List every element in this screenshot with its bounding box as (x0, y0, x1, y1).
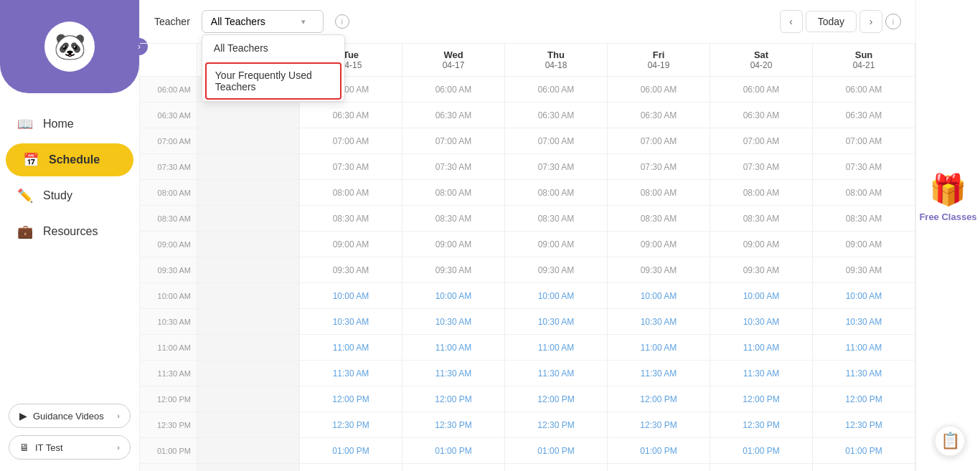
sidebar-item-resources[interactable]: 💼 Resources (0, 215, 139, 248)
sidebar-item-study[interactable]: ✏️ Study (0, 179, 139, 212)
time-label-13: 12:30 PM (140, 412, 197, 438)
calendar-slot-thu-8[interactable]: 10:00 AM (505, 283, 608, 309)
prev-week-button[interactable]: ‹ (780, 10, 803, 33)
calendar-slot-mon-10 (197, 335, 300, 361)
calendar-slot-thu-12[interactable]: 12:00 PM (505, 386, 608, 412)
calendar-slot-sun-8[interactable]: 10:00 AM (813, 283, 915, 309)
calendar-slot-tue-10[interactable]: 11:00 AM (300, 335, 402, 361)
calendar-slot-wed-3: 07:30 AM (402, 154, 505, 180)
calendar-slot-fri-9[interactable]: 10:30 AM (608, 309, 710, 335)
calendar-slot-tue-4: 08:00 AM (300, 180, 402, 206)
calendar-slot-thu-3: 07:30 AM (505, 154, 608, 180)
free-classes-label: Free Classes (919, 211, 976, 224)
time-label-11: 11:30 AM (140, 361, 197, 386)
calendar-slot-wed-13[interactable]: 12:30 PM (402, 412, 505, 438)
calendar-slot-sat-1: 06:30 AM (710, 103, 813, 128)
calendar-slot-mon-8 (197, 283, 300, 309)
calendar-slot-wed-9[interactable]: 10:30 AM (402, 309, 505, 335)
calendar-slot-fri-15[interactable]: 01:30 PM (608, 464, 710, 471)
calendar-slot-sun-11[interactable]: 11:30 AM (813, 361, 915, 386)
calendar-slot-fri-11[interactable]: 11:30 AM (608, 361, 710, 386)
calendar-slot-sun-10[interactable]: 11:00 AM (813, 335, 915, 361)
calendar-slot-sat-7: 09:30 AM (710, 257, 813, 283)
calendar-slot-wed-8[interactable]: 10:00 AM (402, 283, 505, 309)
calendar-slot-mon-6 (197, 232, 300, 257)
sidebar-item-schedule[interactable]: 📅 Schedule (6, 143, 133, 176)
sidebar-item-home[interactable]: 📖 Home (0, 108, 139, 141)
calendar-slot-fri-14[interactable]: 01:00 PM (608, 438, 710, 464)
calendar-slot-fri-8[interactable]: 10:00 AM (608, 283, 710, 309)
calendar-slot-wed-12[interactable]: 12:00 PM (402, 386, 505, 412)
calendar-slot-tue-14[interactable]: 01:00 PM (300, 438, 402, 464)
schedule-header: Teacher All Teachers ▾ All Teachers Your… (140, 0, 915, 44)
time-label-7: 09:30 AM (140, 257, 197, 283)
calendar-slot-tue-2: 07:00 AM (300, 128, 402, 154)
it-test-button[interactable]: 🖥 IT Test › (9, 435, 131, 460)
guidance-videos-button[interactable]: ▶ Guidance Videos › (9, 404, 131, 428)
calendar-slot-tue-9[interactable]: 10:30 AM (300, 309, 402, 335)
sidebar-bottom: ▶ Guidance Videos › 🖥 IT Test › (0, 392, 139, 471)
calendar-slot-fri-10[interactable]: 11:00 AM (608, 335, 710, 361)
calendar-info-icon[interactable]: i (885, 14, 901, 29)
calendar-slot-wed-7: 09:30 AM (402, 257, 505, 283)
calendar-slot-thu-6: 09:00 AM (505, 232, 608, 257)
calendar-slot-sat-2: 07:00 AM (710, 128, 813, 154)
day-header-wed: Wed04-17 (402, 44, 505, 77)
info-icon[interactable]: i (335, 14, 349, 29)
calendar-container: Mon04-14Tue04-15Wed04-17Thu04-18Fri04-19… (140, 44, 915, 471)
it-test-chevron-icon: › (117, 443, 120, 452)
calendar-slot-thu-5: 08:30 AM (505, 206, 608, 232)
calendar-slot-mon-9 (197, 309, 300, 335)
calendar-slot-sun-12[interactable]: 12:00 PM (813, 386, 915, 412)
calendar-slot-sun-1: 06:30 AM (813, 103, 915, 128)
dropdown-option-frequent-teachers[interactable]: Your Frequently Used Teachers (205, 62, 341, 100)
calendar-slot-tue-11[interactable]: 11:30 AM (300, 361, 402, 386)
calendar-slot-sat-12[interactable]: 12:00 PM (710, 386, 813, 412)
calendar-slot-sat-9[interactable]: 10:30 AM (710, 309, 813, 335)
calendar-slot-tue-15[interactable]: 01:30 PM (300, 464, 402, 471)
calendar-slot-sun-2: 07:00 AM (813, 128, 915, 154)
calendar-slot-wed-10[interactable]: 11:00 AM (402, 335, 505, 361)
calendar-slot-thu-15[interactable]: 01:30 PM (505, 464, 608, 471)
day-header-fri: Fri04-19 (608, 44, 710, 77)
calendar-slot-wed-14[interactable]: 01:00 PM (402, 438, 505, 464)
calendar-slot-wed-15[interactable]: 01:30 PM (402, 464, 505, 471)
calendar-slot-sat-15[interactable]: 01:30 PM (710, 464, 813, 471)
calendar-slot-thu-11[interactable]: 11:30 AM (505, 361, 608, 386)
calendar-slot-fri-4: 08:00 AM (608, 180, 710, 206)
calendar-slot-sat-10[interactable]: 11:00 AM (710, 335, 813, 361)
calendar-slot-fri-2: 07:00 AM (608, 128, 710, 154)
calendar-slot-sat-3: 07:30 AM (710, 154, 813, 180)
calendar-slot-tue-8[interactable]: 10:00 AM (300, 283, 402, 309)
calendar-slot-thu-9[interactable]: 10:30 AM (505, 309, 608, 335)
calendar-slot-fri-7: 09:30 AM (608, 257, 710, 283)
calendar-slot-sat-8[interactable]: 10:00 AM (710, 283, 813, 309)
calendar-slot-sun-9[interactable]: 10:30 AM (813, 309, 915, 335)
calendar-slot-sun-15[interactable]: 01:30 PM (813, 464, 915, 471)
free-classes-widget[interactable]: 🎁 Free Classes (919, 172, 976, 224)
calendar-slot-tue-6: 09:00 AM (300, 232, 402, 257)
calendar-slot-sun-14[interactable]: 01:00 PM (813, 438, 915, 464)
calendar-slot-fri-13[interactable]: 12:30 PM (608, 412, 710, 438)
calendar-slot-sat-4: 08:00 AM (710, 180, 813, 206)
help-button[interactable]: 📋 (934, 425, 966, 457)
calendar-slot-mon-11 (197, 361, 300, 386)
calendar-slot-wed-11[interactable]: 11:30 AM (402, 361, 505, 386)
calendar-slot-sat-14[interactable]: 01:00 PM (710, 438, 813, 464)
calendar-slot-sat-13[interactable]: 12:30 PM (710, 412, 813, 438)
teacher-dropdown[interactable]: All Teachers ▾ (202, 10, 324, 33)
calendar-slot-thu-13[interactable]: 12:30 PM (505, 412, 608, 438)
dropdown-option-all-teachers[interactable]: All Teachers (202, 35, 344, 61)
calendar-slot-fri-12[interactable]: 12:00 PM (608, 386, 710, 412)
calendar-slot-tue-13[interactable]: 12:30 PM (300, 412, 402, 438)
calendar-slot-thu-14[interactable]: 01:00 PM (505, 438, 608, 464)
today-button[interactable]: Today (806, 11, 857, 32)
calendar-slot-sun-13[interactable]: 12:30 PM (813, 412, 915, 438)
calendar-slot-mon-12 (197, 386, 300, 412)
sidebar-item-label-resources: Resources (43, 225, 98, 238)
calendar-slot-sat-11[interactable]: 11:30 AM (710, 361, 813, 386)
calendar-slot-tue-12[interactable]: 12:00 PM (300, 386, 402, 412)
calendar-slot-thu-7: 09:30 AM (505, 257, 608, 283)
calendar-slot-thu-10[interactable]: 11:00 AM (505, 335, 608, 361)
next-week-button[interactable]: › (859, 10, 882, 33)
